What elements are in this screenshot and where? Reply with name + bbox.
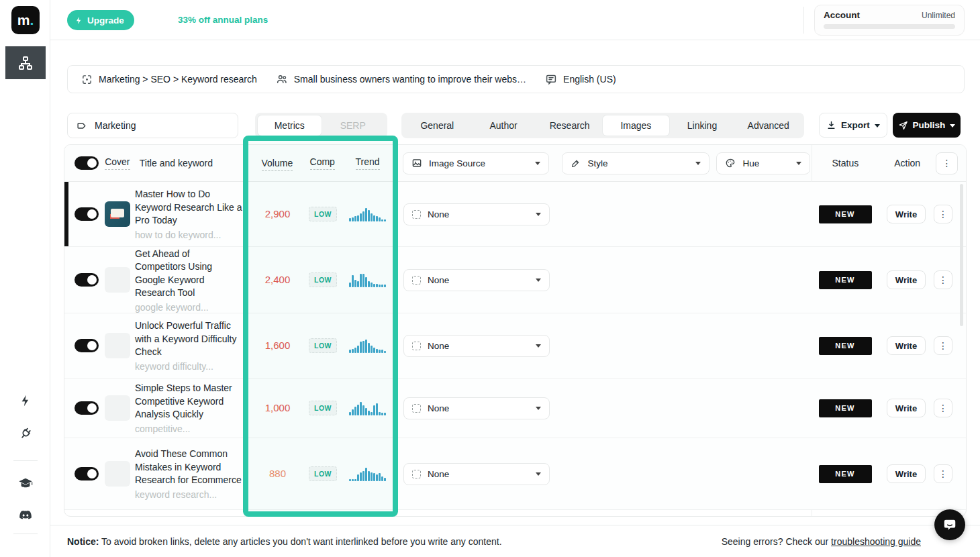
row-image-source-dropdown[interactable]: None	[403, 335, 550, 357]
promo-text[interactable]: 33% off annual plans	[178, 15, 268, 25]
chevron-down-icon	[536, 278, 541, 282]
col-header-trend[interactable]: Trend	[356, 156, 380, 170]
cover-thumbnail[interactable]	[105, 333, 130, 358]
chat-widget-button[interactable]	[934, 509, 965, 540]
article-keyword[interactable]: keyword difficulty...	[135, 361, 242, 372]
app-logo[interactable]: m.	[11, 6, 40, 34]
article-keyword[interactable]: keyword research...	[135, 489, 242, 500]
row-toggle[interactable]	[75, 273, 99, 287]
tab-metrics[interactable]: Metrics	[258, 115, 322, 136]
competition-badge: LOW	[309, 207, 337, 221]
row-menu-button[interactable]: ⋮	[934, 270, 952, 289]
project-breadcrumb[interactable]: Marketing > SEO > Keyword research	[81, 74, 257, 85]
row-menu-button[interactable]: ⋮	[934, 464, 952, 483]
article-title[interactable]: Get Ahead of Competitors Using Google Ke…	[135, 248, 242, 300]
table-scrollbar[interactable]	[960, 184, 963, 326]
row-image-source-value: None	[428, 341, 449, 351]
col-header-action: Action	[887, 158, 928, 168]
image-source-dropdown[interactable]: Image Source	[403, 152, 549, 174]
row-menu-button[interactable]: ⋮	[934, 336, 952, 355]
write-button[interactable]: Write	[887, 270, 926, 289]
cover-thumbnail[interactable]	[105, 461, 130, 487]
cover-thumbnail[interactable]	[105, 395, 130, 421]
audience-selector[interactable]: Small business owners wanting to improve…	[276, 73, 526, 85]
article-keyword[interactable]: google keyword...	[135, 302, 242, 313]
row-image-source-dropdown[interactable]: None	[403, 203, 550, 225]
col-header-volume[interactable]: Volume	[262, 158, 293, 171]
tab-advanced[interactable]: Advanced	[735, 115, 801, 136]
collection-input[interactable]: Marketing	[67, 113, 238, 138]
row-image-source-dropdown[interactable]: None	[403, 269, 550, 291]
row-menu-button[interactable]: ⋮	[934, 205, 952, 223]
account-card[interactable]: Account Unlimited	[814, 5, 965, 36]
cover-thumbnail[interactable]	[105, 267, 130, 293]
article-keyword[interactable]: competitive...	[135, 423, 242, 434]
publish-button[interactable]: Publish	[893, 113, 961, 138]
status-badge: NEW	[819, 465, 872, 483]
tab-author[interactable]: Author	[471, 115, 537, 136]
download-icon	[826, 120, 836, 130]
write-button[interactable]: Write	[887, 205, 926, 223]
chevron-down-icon	[950, 124, 955, 128]
write-button[interactable]: Write	[887, 336, 926, 355]
status-badge: NEW	[819, 271, 872, 289]
row-toggle[interactable]	[75, 467, 99, 480]
palette-icon	[725, 158, 736, 168]
sitemap-icon	[17, 55, 34, 71]
image-icon	[411, 158, 422, 168]
select-all-toggle[interactable]	[75, 156, 99, 170]
row-toggle[interactable]	[75, 207, 99, 221]
account-plan: Unlimited	[922, 11, 955, 20]
article-keyword[interactable]: how to do keyword...	[135, 230, 242, 240]
tab-serp[interactable]: SERP	[322, 115, 385, 136]
article-title[interactable]: Master How to Do Keyword Research Like a…	[135, 188, 242, 227]
article-title[interactable]: Avoid These Common Mistakes in Keyword R…	[135, 448, 242, 487]
write-button[interactable]: Write	[887, 464, 926, 483]
export-label: Export	[841, 120, 870, 130]
col-header-cover[interactable]: Cover	[105, 156, 130, 170]
table-row: Avoid These Common Mistakes in Keyword R…	[64, 438, 966, 510]
row-image-source-value: None	[428, 403, 449, 413]
competition-badge: LOW	[309, 466, 337, 481]
table-menu-button[interactable]: ⋮	[936, 152, 958, 174]
footer: Notice: To avoid broken links, delete an…	[50, 525, 980, 557]
tab-linking[interactable]: Linking	[669, 115, 736, 136]
cover-thumbnail[interactable]	[105, 201, 130, 227]
row-toggle[interactable]	[75, 339, 99, 352]
style-dropdown[interactable]: Style	[562, 152, 709, 174]
topbar: Upgrade 33% off annual plans Account Unl…	[50, 0, 980, 40]
article-title[interactable]: Simple Steps to Master Competitive Keywo…	[135, 382, 242, 421]
tab-research[interactable]: Research	[536, 115, 603, 136]
image-source-value: Image Source	[429, 158, 485, 168]
none-icon	[412, 470, 421, 478]
sidebar-item-activity[interactable]	[0, 394, 50, 407]
hue-dropdown[interactable]: Hue	[716, 152, 810, 174]
troubleshooting-link[interactable]: troubleshooting guide	[831, 536, 921, 547]
sidebar-divider	[13, 460, 38, 461]
language-selector[interactable]: English (US)	[545, 73, 616, 85]
export-button[interactable]: Export	[819, 113, 887, 138]
chevron-down-icon	[875, 124, 880, 128]
col-header-comp[interactable]: Comp	[310, 156, 335, 170]
upgrade-button[interactable]: Upgrade	[67, 10, 134, 30]
tab-general[interactable]: General	[404, 115, 471, 136]
lightning-icon	[19, 394, 32, 407]
sidebar-item-discord[interactable]	[0, 508, 50, 523]
tab-images[interactable]: Images	[603, 115, 669, 136]
collection-value: Marketing	[95, 120, 136, 131]
row-image-source-dropdown[interactable]: None	[403, 463, 550, 485]
article-title[interactable]: Unlock Powerful Traffic with a Keyword D…	[135, 319, 242, 359]
sidebar-item-structure[interactable]	[5, 46, 46, 79]
table-row: Get Ahead of Competitors Using Google Ke…	[64, 247, 966, 313]
row-toggle[interactable]	[75, 401, 99, 415]
row-menu-button[interactable]: ⋮	[934, 399, 952, 417]
sidebar-item-integrations[interactable]	[0, 427, 50, 440]
language-icon	[545, 73, 557, 85]
volume-value: 1,600	[265, 340, 291, 351]
sidebar-item-academy[interactable]	[0, 476, 50, 491]
discord-icon	[18, 508, 33, 523]
row-image-source-value: None	[428, 469, 449, 479]
write-button[interactable]: Write	[887, 399, 926, 417]
row-image-source-dropdown[interactable]: None	[403, 397, 550, 419]
metric-tab-group: Metrics SERP	[255, 113, 387, 138]
